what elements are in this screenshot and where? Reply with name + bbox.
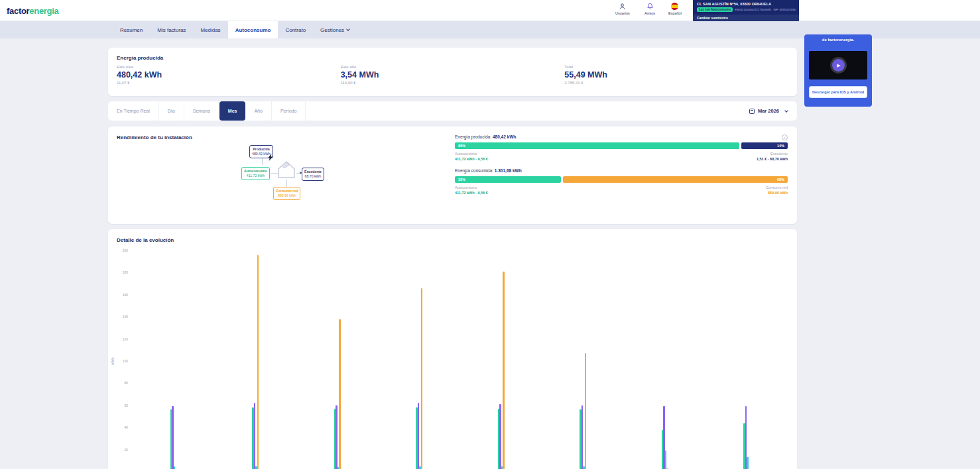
date-picker-value: Mar 2026 [758, 108, 779, 114]
nav-resumen[interactable]: Resumen [113, 21, 150, 38]
caption-name: Autoconsumo [455, 152, 488, 156]
y-tick-label: 140 [123, 315, 128, 319]
chart-bar-producida [418, 403, 420, 469]
top-bar: factorenergia Usuarios Avisos Español CL… [0, 0, 980, 21]
language-label: Español [668, 11, 682, 15]
bell-icon [646, 3, 654, 10]
diagram-excedente-value: 68,70 kWh [304, 174, 322, 179]
diagram-consumo-red-value: 889,96 kWh [276, 193, 298, 198]
spain-flag-icon [671, 3, 678, 10]
energy-bolt-icon [268, 154, 273, 161]
users-menu[interactable]: Usuarios [615, 3, 630, 15]
tab-dia[interactable]: Día [159, 101, 184, 121]
promo-video[interactable]: ▶ [809, 51, 867, 79]
performance-metrics: i Energía producida:480,42 kWh 86% 14% A… [455, 134, 788, 202]
produced-energy-bar: 86% 14% [455, 142, 788, 149]
caption-name: Consumo red [766, 185, 788, 189]
date-picker[interactable]: Mar 2026 [749, 108, 788, 114]
segment-label: 32% [458, 178, 465, 182]
diagram-excedente-label: Excedente [304, 170, 322, 174]
users-label: Usuarios [615, 11, 630, 15]
evolution-title: Detalle de la evolución [117, 237, 788, 243]
play-icon[interactable]: ▶ [832, 59, 845, 72]
y-tick-label: 60 [124, 403, 128, 407]
stat-value: 3,54 MWh [341, 70, 565, 79]
promo-text: de factorenergia. [809, 38, 867, 42]
stat-total: Total 55,49 MWh 2.785,41 € [564, 65, 788, 85]
supply-selector[interactable]: CL SAN AGUSTÍN Nº54, 03300 ORIHUELA Luz … [693, 0, 799, 21]
consumed-bar-title: Energía consumida:1.301,68 kWh [455, 168, 788, 173]
consumed-right-caption: Consumo red 889,96 kWh [766, 185, 788, 195]
caption-value: 411,72 kWh · 9,56 € [455, 191, 488, 195]
info-icon[interactable]: i [782, 134, 788, 140]
consumed-autoconsumo-segment: 32% [455, 176, 561, 183]
user-icon [619, 3, 626, 10]
chart-bar-producida [582, 405, 583, 469]
produced-right-caption: Excedente 1,51 € · 68,70 kWh [757, 152, 788, 161]
nav-contrato[interactable]: Contrato [278, 21, 313, 38]
y-tick-label: 180 [123, 270, 128, 274]
diagram-autoconsumo-value: 411,72 kWh [244, 174, 267, 178]
stat-period: Este mes [117, 65, 341, 69]
caption-name: Autoconsumo [455, 185, 488, 189]
house-icon [275, 159, 298, 180]
chart-bar-consumo-red [503, 272, 505, 469]
language-selector[interactable]: Español [668, 3, 682, 15]
y-tick-label: 40 [124, 425, 128, 429]
chart-bar-consumo-red [585, 353, 587, 469]
segment-label: 14% [777, 144, 784, 148]
main-content: Energía producida Este mes 480,42 kWh 11… [108, 38, 797, 469]
consumed-bar-label: Energía consumida: [455, 168, 493, 173]
consumed-bar-value: 1.301,68 kWh [495, 168, 522, 173]
chart-bar-consumo-red [339, 319, 341, 469]
produced-autoconsumo-segment: 86% [455, 142, 739, 149]
stat-amount: 11,07 € [117, 81, 341, 85]
period-tab-bar: En Tiempo Real Día Semana Mes Año Períod… [108, 101, 797, 121]
tab-mes[interactable]: Mes [219, 101, 246, 121]
app-promo-panel: de factorenergia. ▶ Descargar para IOS y… [804, 34, 872, 107]
diagram-line [286, 180, 287, 187]
y-tick-label: 120 [123, 337, 128, 341]
tab-ano[interactable]: Año [245, 101, 271, 121]
diagram-producida-label: Producida [252, 147, 271, 152]
segment-label: 68% [777, 178, 784, 182]
y-tick-label: 100 [123, 359, 128, 363]
download-app-button[interactable]: Descargar para IOS y Android [809, 86, 867, 98]
brand-logo: factorenergia [7, 6, 58, 16]
change-supply-link[interactable]: Cambiar suministro [693, 15, 799, 21]
performance-card: Rendimiento de tu instalación Producida … [108, 127, 797, 224]
alerts-label: Avisos [644, 11, 655, 15]
evolution-chart [133, 250, 788, 469]
nav-gestiones[interactable]: Gestiones [313, 21, 357, 38]
stat-amount: 2.785,41 € [564, 81, 788, 85]
consumed-energy-bar: 32% 68% [455, 176, 788, 183]
chart-bar-producida [499, 404, 501, 469]
nav-gestiones-label: Gestiones [320, 27, 344, 33]
segment-label: 86% [458, 144, 465, 148]
chart-bar-producida [172, 406, 174, 469]
chart-bar-excedente [665, 450, 667, 469]
diagram-consumo-red-label: Consumo red [276, 189, 298, 193]
produced-bar-value: 480,42 kWh [493, 134, 516, 139]
stat-this-year: Este año 3,54 MWh 110,60 € [341, 65, 565, 85]
alerts-menu[interactable]: Avisos [644, 3, 655, 15]
nav-mis-facturas[interactable]: Mis facturas [150, 21, 193, 38]
stat-value: 480,42 kWh [117, 70, 341, 79]
diagram-consumo-red-box: Consumo red 889,96 kWh [273, 187, 300, 200]
caption-value: 1,51 € · 68,70 kWh [757, 157, 788, 161]
nav-autoconsumo[interactable]: Autoconsumo [228, 21, 278, 38]
tab-periodo[interactable]: Período [272, 101, 306, 121]
tab-tiempo-real[interactable]: En Tiempo Real [108, 101, 159, 121]
calendar-icon [749, 109, 755, 114]
evolution-card: Detalle de la evolución kWh 204060801001… [108, 229, 797, 469]
play-glyph: ▶ [837, 63, 840, 68]
y-tick-label: 160 [123, 293, 128, 297]
chart-bar-producida [254, 403, 256, 469]
supply-address: CL SAN AGUSTÍN Nº54, 03300 ORIHUELA [697, 2, 795, 6]
consumed-grid-segment: 68% [563, 176, 788, 183]
chart-bar-consumo-red [421, 288, 423, 469]
tab-semana[interactable]: Semana [184, 101, 219, 121]
nav-medidas[interactable]: Medidas [193, 21, 227, 38]
produced-excedente-segment: 14% [741, 142, 788, 149]
caption-name: Excedente [757, 152, 788, 156]
